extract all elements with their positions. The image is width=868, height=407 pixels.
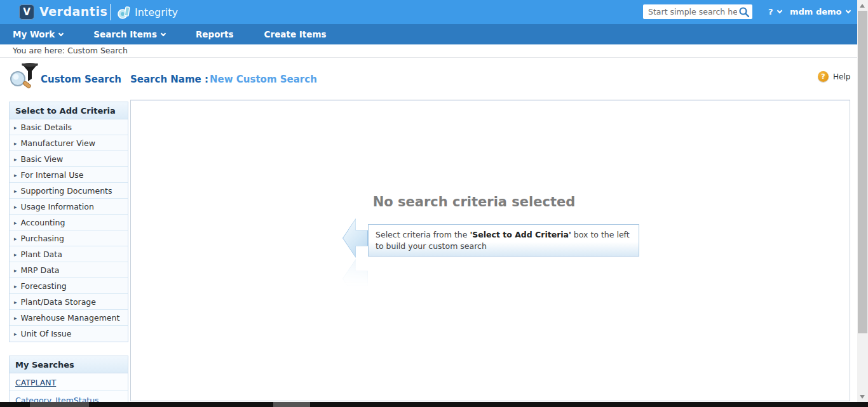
- criteria-item-purchasing[interactable]: ▸Purchasing: [10, 230, 128, 246]
- nav-item-my-work[interactable]: My Work: [4, 29, 72, 39]
- verdantis-logo-icon[interactable]: V: [19, 4, 34, 20]
- criteria-item-label: Purchasing: [21, 234, 64, 243]
- nav-item-reports[interactable]: Reports: [187, 29, 243, 39]
- empty-state-title: No search criteria selected: [344, 194, 604, 210]
- global-search-input[interactable]: [643, 4, 737, 19]
- hint-text: Select criteria from the: [376, 230, 470, 239]
- criteria-item-manufacturer-view[interactable]: ▸Manufacturer View: [10, 135, 128, 151]
- scroll-up-arrow-icon[interactable]: [860, 4, 865, 8]
- my-searches-header: My Searches: [10, 356, 128, 373]
- expand-arrow-icon: ▸: [14, 172, 17, 178]
- criteria-item-label: Plant Data: [21, 250, 62, 259]
- vertical-scrollbar[interactable]: [857, 0, 868, 403]
- criteria-item-plant-data[interactable]: ▸Plant Data: [10, 246, 128, 262]
- help-question-icon: ?: [818, 71, 829, 82]
- expand-arrow-icon: ▸: [14, 267, 17, 274]
- my-searches-panel: My Searches CATPLANT Category_ItemStatus: [9, 356, 128, 407]
- criteria-panel-header: Select to Add Criteria: [10, 102, 128, 119]
- nav-label: Reports: [196, 29, 234, 39]
- criteria-panel: Select to Add Criteria ▸Basic Details ▸M…: [9, 102, 128, 342]
- user-menu-label: mdm demo: [790, 7, 842, 17]
- criteria-item-label: Manufacturer View: [21, 138, 95, 148]
- criteria-item-label: For Internal Use: [21, 170, 84, 180]
- integrity-seal-icon: [117, 6, 132, 22]
- search-criteria-canvas: No search criteria selected Select crite…: [130, 100, 850, 401]
- brand-name[interactable]: Verdantis: [39, 4, 107, 18]
- criteria-item-forecasting[interactable]: ▸Forecasting: [10, 278, 128, 294]
- help-dropdown-label: ?: [768, 7, 773, 17]
- left-arrow-reflection: [342, 259, 368, 298]
- breadcrumb-prefix: You are here:: [13, 46, 65, 55]
- left-arrow-icon: [342, 218, 368, 258]
- criteria-item-usage-information[interactable]: ▸Usage Information: [10, 199, 128, 215]
- criteria-item-label: Unit Of Issue: [21, 329, 72, 338]
- criteria-item-label: MRP Data: [21, 265, 60, 275]
- criteria-item-label: Accounting: [21, 218, 65, 227]
- header-divider: [110, 4, 111, 20]
- scroll-down-arrow-icon[interactable]: [860, 395, 865, 399]
- expand-arrow-icon: ▸: [14, 124, 17, 131]
- scrollbar-thumb[interactable]: [858, 11, 867, 333]
- criteria-item-supporting-documents[interactable]: ▸Supporting Documents: [10, 183, 128, 199]
- criteria-item-label: Forecasting: [21, 281, 67, 291]
- criteria-item-unit-of-issue[interactable]: ▸Unit Of Issue: [10, 326, 128, 342]
- chevron-down-icon: [776, 8, 782, 13]
- criteria-item-label: Plant/Data Storage: [21, 297, 96, 307]
- search-name-value[interactable]: New Custom Search: [210, 74, 317, 85]
- expand-arrow-icon: ▸: [14, 315, 17, 321]
- product-name: Integrity: [135, 6, 178, 18]
- expand-arrow-icon: ▸: [14, 283, 17, 290]
- empty-state-hint: Select criteria from the 'Select to Add …: [368, 224, 639, 257]
- global-search-box: [643, 4, 752, 19]
- criteria-item-label: Supporting Documents: [21, 186, 112, 196]
- criteria-item-accounting[interactable]: ▸Accounting: [10, 215, 128, 230]
- search-name-label: Search Name :: [130, 74, 208, 85]
- expand-arrow-icon: ▸: [14, 236, 17, 242]
- expand-arrow-icon: ▸: [14, 220, 17, 226]
- criteria-item-plant-data-storage[interactable]: ▸Plant/Data Storage: [10, 294, 128, 310]
- user-menu-dropdown[interactable]: mdm demo: [790, 7, 850, 17]
- nav-label: My Work: [13, 29, 55, 39]
- expand-arrow-icon: ▸: [14, 251, 17, 258]
- criteria-item-basic-details[interactable]: ▸Basic Details: [10, 119, 128, 135]
- expand-arrow-icon: ▸: [14, 156, 17, 163]
- custom-search-icon: [9, 62, 39, 93]
- criteria-item-label: Warehouse Management: [21, 313, 120, 323]
- expand-arrow-icon: ▸: [14, 140, 17, 147]
- expand-arrow-icon: ▸: [14, 188, 17, 194]
- nav-item-search-items[interactable]: Search Items: [85, 29, 174, 39]
- page-title: Custom Search: [41, 74, 121, 85]
- taskbar-edge: [0, 402, 868, 407]
- chevron-down-icon: [845, 8, 850, 13]
- expand-arrow-icon: ▸: [14, 204, 17, 210]
- criteria-item-label: Basic Details: [21, 123, 72, 132]
- expand-arrow-icon: ▸: [14, 299, 17, 305]
- criteria-item-for-internal-use[interactable]: ▸For Internal Use: [10, 167, 128, 183]
- hint-text-bold: 'Select to Add Criteria': [470, 230, 571, 239]
- expand-arrow-icon: ▸: [14, 331, 17, 337]
- saved-search-row: CATPLANT: [10, 373, 128, 391]
- criteria-item-warehouse-management[interactable]: ▸Warehouse Management: [10, 310, 128, 326]
- criteria-item-label: Usage Information: [21, 202, 94, 211]
- nav-label: Create Items: [264, 29, 327, 39]
- help-button-label: Help: [833, 72, 850, 81]
- help-button[interactable]: ? Help: [818, 71, 850, 82]
- nav-label: Search Items: [93, 29, 157, 39]
- criteria-item-basic-view[interactable]: ▸Basic View: [10, 151, 128, 167]
- criteria-item-label: Basic View: [21, 154, 64, 164]
- help-dropdown[interactable]: ?: [768, 7, 782, 17]
- saved-search-link-catplant[interactable]: CATPLANT: [15, 378, 56, 387]
- top-header-bar: V Verdantis Integrity ? mdm demo: [0, 0, 857, 24]
- breadcrumb-current: Custom Search: [67, 46, 128, 55]
- nav-item-create-items[interactable]: Create Items: [255, 29, 336, 39]
- chevron-down-icon: [58, 31, 64, 36]
- chevron-down-icon: [161, 31, 166, 36]
- breadcrumb: You are here: Custom Search: [0, 44, 857, 58]
- criteria-item-mrp-data[interactable]: ▸MRP Data: [10, 262, 128, 278]
- search-icon[interactable]: [738, 6, 750, 18]
- main-nav-bar: My Work Search Items Reports Create Item…: [0, 24, 857, 44]
